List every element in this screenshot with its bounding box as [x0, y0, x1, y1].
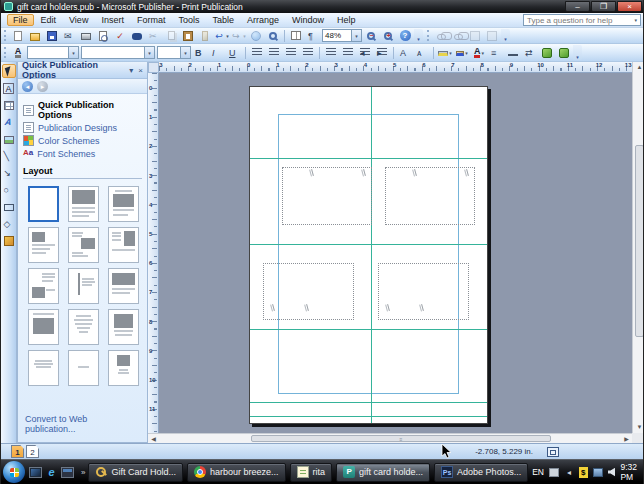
- toolbar-grip[interactable]: [427, 30, 430, 41]
- menu-insert[interactable]: Insert: [95, 14, 130, 26]
- autoshapes-icon[interactable]: ◇: [2, 217, 16, 231]
- menu-window[interactable]: Window: [286, 14, 330, 26]
- menu-tools[interactable]: Tools: [172, 14, 205, 26]
- zoom-page-icon[interactable]: [265, 29, 281, 43]
- menu-help[interactable]: Help: [331, 14, 362, 26]
- layout-thumbnail-1[interactable]: [68, 186, 99, 222]
- increase-indent-icon[interactable]: ▸: [374, 46, 390, 60]
- cut-icon[interactable]: ✂: [146, 29, 162, 43]
- horizontal-scroll-thumb[interactable]: ≡: [251, 435, 551, 442]
- align-left-icon[interactable]: [249, 46, 265, 60]
- 3d-style-icon[interactable]: [556, 46, 572, 60]
- card-outline-0[interactable]: [282, 167, 372, 225]
- keyboard-icon[interactable]: [549, 468, 559, 477]
- align-center-icon[interactable]: [266, 46, 282, 60]
- window-switcher-icon[interactable]: [61, 467, 74, 478]
- create-text-box-link-icon[interactable]: [433, 29, 449, 43]
- text-box-icon[interactable]: A: [2, 81, 16, 95]
- tray-chevron-icon[interactable]: ◂: [567, 468, 571, 477]
- open-icon[interactable]: [27, 29, 43, 43]
- page-tab-1[interactable]: 1: [11, 445, 24, 458]
- task-pane-menu-icon[interactable]: ▾: [129, 66, 133, 75]
- forward-icon[interactable]: ▸: [37, 81, 48, 92]
- font-size-combo[interactable]: ▾: [157, 46, 191, 59]
- spelling-icon[interactable]: ✓: [112, 29, 128, 43]
- research-icon[interactable]: [129, 29, 145, 43]
- paste-icon[interactable]: [180, 29, 196, 43]
- internet-explorer-icon[interactable]: e: [45, 467, 58, 478]
- layout-thumbnail-11[interactable]: [108, 309, 139, 345]
- save-icon[interactable]: [44, 29, 60, 43]
- convert-to-web-link[interactable]: Convert to Web publication...: [23, 410, 142, 440]
- scroll-up-icon[interactable]: ▲: [633, 62, 644, 73]
- question-box[interactable]: Type a question for help ▾: [523, 14, 641, 26]
- help-icon[interactable]: ?: [397, 29, 413, 43]
- font-color-icon[interactable]: A▾: [471, 46, 487, 60]
- menu-arrange[interactable]: Arrange: [241, 14, 285, 26]
- layout-thumbnail-9[interactable]: [28, 309, 59, 345]
- arrow-icon[interactable]: ↘: [2, 166, 16, 180]
- minimize-button[interactable]: –: [565, 1, 590, 12]
- vertical-scrollbar[interactable]: ▲ ▼: [632, 62, 644, 433]
- layout-thumbnail-14[interactable]: [108, 350, 139, 386]
- decrease-indent-icon[interactable]: ◂: [357, 46, 373, 60]
- language-indicator[interactable]: EN: [532, 467, 544, 477]
- hyperlink-icon[interactable]: [248, 29, 264, 43]
- zoom-out-icon[interactable]: −: [363, 29, 379, 43]
- break-forward-link-icon[interactable]: [450, 29, 466, 43]
- layout-thumbnail-13[interactable]: [68, 350, 99, 386]
- layout-thumbnail-7[interactable]: [68, 268, 99, 304]
- print-preview-icon[interactable]: [95, 29, 111, 43]
- zoom-combo[interactable]: 48% ▾: [322, 29, 362, 42]
- dash-style-icon[interactable]: [505, 46, 521, 60]
- taskbar-button-3[interactable]: Pgift card holde...: [336, 463, 430, 482]
- rectangle-icon[interactable]: [2, 200, 16, 214]
- card-outline-3[interactable]: [378, 263, 469, 320]
- workspace[interactable]: [159, 73, 632, 433]
- insert-table-icon[interactable]: [2, 98, 16, 112]
- task-pane-link-1[interactable]: Publication Designs: [23, 122, 142, 133]
- layout-thumbnail-5[interactable]: [108, 227, 139, 263]
- zoom-in-icon[interactable]: +: [380, 29, 396, 43]
- show-desktop-icon[interactable]: [29, 467, 42, 478]
- undo-icon[interactable]: ↩▾: [214, 29, 230, 43]
- horizontal-scrollbar[interactable]: ◀ ≡ ▶: [148, 433, 632, 443]
- layout-thumbnail-10[interactable]: [68, 309, 99, 345]
- toolbar-grip[interactable]: [4, 30, 7, 41]
- close-button[interactable]: ×: [617, 1, 642, 12]
- bold-icon[interactable]: B: [192, 46, 208, 60]
- align-right-icon[interactable]: [283, 46, 299, 60]
- mail-icon[interactable]: ✉: [61, 29, 77, 43]
- layout-thumbnail-4[interactable]: [68, 227, 99, 263]
- toolbar-options-button[interactable]: ▾: [501, 29, 510, 43]
- publication-page[interactable]: [249, 86, 488, 424]
- task-pane-link-0[interactable]: Quick Publication Options: [23, 100, 142, 120]
- two-page-spread-icon[interactable]: [288, 29, 304, 43]
- vertical-ruler[interactable]: 01234567891011: [148, 73, 159, 433]
- bullets-icon[interactable]: [340, 46, 356, 60]
- select-objects-icon[interactable]: [2, 64, 16, 78]
- layout-thumbnail-12[interactable]: [28, 350, 59, 386]
- underline-icon[interactable]: U: [226, 46, 242, 60]
- page-tab-2[interactable]: 2: [26, 445, 39, 458]
- taskbar-button-1[interactable]: harbour breeze...: [187, 463, 286, 482]
- menu-format[interactable]: Format: [131, 14, 172, 26]
- taskbar-button-0[interactable]: Gift Card Hold...: [88, 463, 183, 482]
- numbering-icon[interactable]: [323, 46, 339, 60]
- design-gallery-object-icon[interactable]: [2, 234, 16, 248]
- scroll-down-icon[interactable]: ▼: [633, 422, 644, 433]
- copy-icon[interactable]: [163, 29, 179, 43]
- menu-file[interactable]: File: [7, 14, 34, 26]
- task-pane-link-2[interactable]: Color Schemes: [23, 135, 142, 146]
- layout-thumbnail-2[interactable]: [108, 186, 139, 222]
- style-combo[interactable]: ▾: [27, 46, 79, 59]
- menu-view[interactable]: View: [63, 14, 94, 26]
- back-icon[interactable]: ◂: [22, 81, 33, 92]
- layout-thumbnail-0[interactable]: [28, 186, 59, 222]
- start-button[interactable]: [3, 461, 25, 483]
- shadow-style-icon[interactable]: [539, 46, 555, 60]
- oval-icon[interactable]: ○: [2, 183, 16, 197]
- wordart-icon[interactable]: A: [2, 115, 16, 129]
- format-painter-icon[interactable]: [197, 29, 213, 43]
- volume-icon[interactable]: [608, 468, 616, 477]
